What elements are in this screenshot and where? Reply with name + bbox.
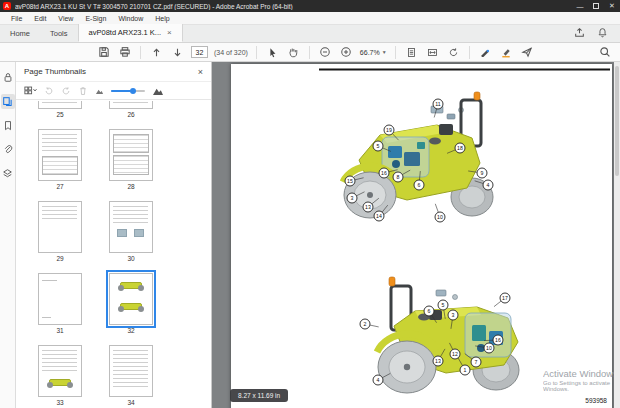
menu-file[interactable]: File [5, 15, 28, 22]
page-thumbnail-selected[interactable] [109, 273, 153, 325]
tab-home[interactable]: Home [0, 24, 40, 42]
bookmarks-icon[interactable] [1, 118, 15, 133]
part-callout-number: 15 [347, 178, 353, 184]
thumbnail-cell[interactable]: 27 [38, 129, 82, 193]
rotate-right-icon[interactable] [61, 86, 71, 96]
vertical-scrollbar[interactable] [614, 62, 620, 408]
thumbnails-scroll-area[interactable]: 25262728293031323334 [16, 101, 211, 408]
maximize-button[interactable] [588, 0, 604, 12]
thumbnail-page-number: 32 [109, 327, 153, 337]
part-callout-number: 10 [437, 214, 443, 220]
upload-icon[interactable] [574, 24, 585, 42]
thumbnail-cell[interactable]: 28 [109, 129, 153, 193]
page-thumbnail[interactable] [38, 201, 82, 253]
panel-close-icon[interactable]: × [198, 67, 203, 77]
thumbnails-toolbar [16, 82, 211, 100]
page-thumbnail[interactable] [109, 201, 153, 253]
next-page-icon[interactable] [170, 45, 185, 60]
part-callout-number: 17 [502, 295, 508, 301]
part-callout-number: 4 [377, 377, 380, 383]
rotate-left-icon[interactable] [44, 86, 54, 96]
acrobat-logo-icon: A [3, 2, 11, 10]
page-thumbnail[interactable] [109, 101, 153, 109]
part-callout-number: 3 [351, 195, 354, 201]
menu-help[interactable]: Help [149, 15, 175, 22]
page-thumbnail[interactable] [38, 273, 82, 325]
minimize-button[interactable]: — [572, 0, 588, 12]
tab-tools[interactable]: Tools [40, 24, 78, 42]
part-callout-number: 18 [457, 145, 463, 151]
menu-esign[interactable]: E-Sign [79, 15, 112, 22]
slider-knob[interactable] [130, 88, 136, 94]
save-icon[interactable] [96, 45, 111, 60]
search-icon[interactable] [597, 45, 612, 60]
menu-window[interactable]: Window [112, 15, 149, 22]
thumbnail-page-number: 31 [38, 327, 82, 337]
thumbnail-cell[interactable]: 25 [38, 101, 82, 121]
part-callout-number: 13 [435, 358, 441, 364]
part-callout-number: 7 [475, 359, 478, 365]
thumbnail-cell[interactable]: 29 [38, 201, 82, 265]
scrollbar-thumb[interactable] [615, 66, 619, 176]
delete-page-icon[interactable] [78, 86, 88, 96]
bell-icon[interactable] [597, 24, 608, 42]
page-thumbnail[interactable] [38, 345, 82, 397]
attachments-icon[interactable] [1, 142, 15, 157]
hand-tool-icon[interactable] [286, 45, 301, 60]
thumbnail-page-number: 27 [38, 183, 82, 193]
share-icon[interactable] [520, 45, 535, 60]
close-button[interactable]: ✕ [604, 0, 620, 12]
menu-view[interactable]: View [52, 15, 79, 22]
thumbnail-options-icon[interactable] [24, 86, 37, 95]
part-callout-number: 5 [377, 143, 380, 149]
zoom-in-icon[interactable] [339, 45, 354, 60]
page-number-input[interactable] [191, 46, 208, 58]
part-callout-number: 6 [418, 182, 421, 188]
chevron-down-icon: ▼ [382, 49, 387, 55]
page-count-label: (34 of 320) [214, 49, 248, 56]
menu-edit[interactable]: Edit [28, 15, 52, 22]
tab-close-icon[interactable]: × [167, 28, 172, 37]
fit-width-icon[interactable] [425, 45, 440, 60]
thumbnail-cell[interactable]: 26 [109, 101, 153, 121]
thumbnail-page-number: 28 [109, 183, 153, 193]
page-thumbnail[interactable] [109, 345, 153, 397]
print-icon[interactable] [117, 45, 132, 60]
security-lock-icon[interactable] [1, 70, 15, 85]
thumbnail-cell[interactable]: 32 [109, 273, 153, 337]
thumbnail-cell[interactable]: 31 [38, 273, 82, 337]
part-callout-number: 1 [464, 367, 467, 373]
tab-document[interactable]: avP08td ARX23.1 K... × [78, 24, 183, 42]
highlighter-tool-icon[interactable] [499, 45, 514, 60]
zoom-level-dropdown[interactable]: 66.7% ▼ [360, 49, 387, 56]
page-size-toast: 8.27 x 11.69 in [230, 389, 288, 402]
part-callout-number: 4 [487, 182, 490, 188]
document-view[interactable]: 1951118151686943131410 17265312171016134… [212, 62, 620, 408]
thumbnail-cell[interactable]: 33 [38, 345, 82, 408]
previous-page-icon[interactable] [149, 45, 164, 60]
enlarge-thumbnails-icon[interactable] [152, 86, 164, 96]
thumbnail-size-slider[interactable] [111, 86, 145, 96]
select-tool-icon[interactable] [265, 45, 280, 60]
layers-icon[interactable] [1, 166, 15, 181]
page-thumbnail[interactable] [109, 129, 153, 181]
panel-title: Page Thumbnails [24, 67, 86, 76]
zoom-out-icon[interactable] [318, 45, 333, 60]
thumbnail-cell[interactable]: 30 [109, 201, 153, 265]
part-callout-number: 5 [442, 302, 445, 308]
navigation-strip [0, 62, 16, 408]
thumbnail-page-number: 30 [109, 255, 153, 265]
page-thumbnail[interactable] [38, 129, 82, 181]
page-thumbnail[interactable] [38, 101, 82, 109]
thumbnail-cell[interactable]: 34 [109, 345, 153, 408]
rotate-view-icon[interactable] [446, 45, 461, 60]
reduce-thumbnails-icon[interactable] [95, 87, 104, 95]
tab-bar: Home Tools avP08td ARX23.1 K... × [0, 25, 620, 43]
callout-leader-line [370, 325, 379, 327]
pen-tool-icon[interactable] [478, 45, 493, 60]
pdf-page[interactable]: 1951118151686943131410 17265312171016134… [231, 64, 612, 408]
part-callout-number: 9 [481, 170, 484, 176]
single-page-view-icon[interactable] [404, 45, 419, 60]
callout-leader-line [435, 204, 438, 212]
page-thumbnails-icon[interactable] [1, 94, 15, 109]
